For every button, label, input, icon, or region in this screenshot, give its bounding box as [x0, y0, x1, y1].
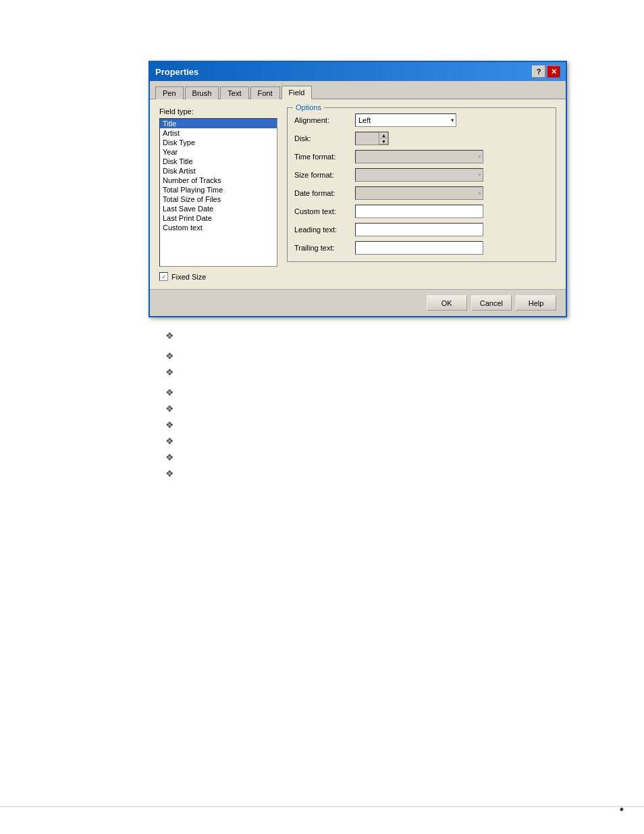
date-format-control: ▾: [355, 186, 549, 200]
list-item-lastsave[interactable]: Last Save Date: [160, 204, 277, 213]
trailing-text-label: Trailing text:: [294, 244, 355, 252]
size-format-arrow-icon: ▾: [478, 172, 481, 178]
dialog-container: Properties ? ✕ Pen Brush Text Font Field…: [149, 61, 567, 317]
title-buttons: ? ✕: [532, 66, 560, 78]
alignment-control: Left ▾: [355, 113, 549, 127]
list-item-totalsize[interactable]: Total Size of Files: [160, 194, 277, 204]
bullet-symbol-7: ❖: [165, 436, 174, 446]
time-format-arrow-icon: ▾: [478, 153, 481, 160]
time-format-label: Time format:: [294, 153, 355, 161]
time-format-row: Time format: ▾: [294, 150, 549, 163]
options-panel: Options Alignment: Left ▾: [287, 107, 556, 281]
list-item-disktype[interactable]: Disk Type: [160, 138, 277, 147]
leading-text-label: Leading text:: [294, 226, 355, 234]
list-item-year[interactable]: Year: [160, 147, 277, 157]
size-format-row: Size format: ▾: [294, 168, 549, 182]
alignment-select[interactable]: Left ▾: [355, 113, 456, 127]
list-item-title[interactable]: Title: [160, 119, 277, 128]
field-type-list[interactable]: Title Artist Disk Type Year Disk Title D…: [159, 118, 277, 267]
disk-row: Disk: ▲ ▼: [294, 132, 549, 145]
bullet-item-5: ❖: [165, 404, 180, 413]
bottom-rule: [0, 806, 644, 807]
options-group: Options Alignment: Left ▾: [287, 107, 556, 262]
list-item-disktitle[interactable]: Disk Title: [160, 157, 277, 166]
bullet-symbol-8: ❖: [165, 452, 174, 462]
bullet-list: ❖ ❖ ❖ ❖ ❖ ❖ ❖ ❖ ❖: [165, 331, 180, 485]
disk-control: ▲ ▼: [355, 132, 549, 145]
tab-field[interactable]: Field: [281, 86, 313, 99]
dialog-title: Properties: [155, 67, 198, 77]
bullet-item-9: ❖: [165, 469, 180, 478]
close-title-button[interactable]: ✕: [547, 66, 560, 78]
bullet-item-1: ❖: [165, 331, 180, 340]
leading-text-control: [355, 223, 549, 236]
alignment-label: Alignment:: [294, 116, 355, 124]
custom-text-control: [355, 205, 549, 218]
date-format-row: Date format: ▾: [294, 186, 549, 200]
custom-text-row: Custom text:: [294, 205, 549, 218]
list-item-lastprint[interactable]: Last Print Date: [160, 213, 277, 223]
leading-text-row: Leading text:: [294, 223, 549, 236]
tabs-bar: Pen Brush Text Font Field: [150, 81, 566, 99]
field-type-label: Field type:: [159, 107, 277, 115]
trailing-text-input[interactable]: [355, 241, 483, 255]
dialog-footer: OK Cancel Help: [150, 289, 566, 316]
bullet-symbol-1: ❖: [165, 331, 174, 340]
options-legend: Options: [293, 103, 324, 111]
custom-text-label: Custom text:: [294, 207, 355, 215]
bullet-symbol-3: ❖: [165, 367, 174, 377]
trailing-text-control: [355, 241, 549, 255]
bottom-dot: •: [620, 803, 624, 817]
alignment-row: Alignment: Left ▾: [294, 113, 549, 127]
bullet-item-4: ❖: [165, 388, 180, 397]
list-item-customtext[interactable]: Custom text: [160, 223, 277, 232]
disk-spinner[interactable]: ▲ ▼: [355, 132, 389, 145]
list-item-numtracks[interactable]: Number of Tracks: [160, 176, 277, 185]
fixed-size-label: Fixed Size: [171, 273, 206, 281]
bullet-symbol-4: ❖: [165, 388, 174, 397]
ok-button[interactable]: OK: [427, 295, 467, 311]
bullet-item-8: ❖: [165, 452, 180, 462]
bullet-symbol-6: ❖: [165, 420, 174, 429]
list-item-totalplaying[interactable]: Total Playing Time: [160, 185, 277, 194]
tab-pen[interactable]: Pen: [155, 86, 184, 99]
custom-text-input[interactable]: [355, 205, 483, 218]
leading-text-input[interactable]: [355, 223, 483, 236]
date-format-select[interactable]: ▾: [355, 186, 483, 200]
time-format-select[interactable]: ▾: [355, 150, 483, 163]
disk-label: Disk:: [294, 134, 355, 142]
dialog-body: Field type: Title Artist Disk Type Year …: [150, 99, 566, 289]
fixed-size-checkbox[interactable]: ✓: [159, 272, 168, 281]
bullet-item-6: ❖: [165, 420, 180, 429]
dialog-titlebar: Properties ? ✕: [150, 62, 566, 81]
list-item-diskartist[interactable]: Disk Artist: [160, 166, 277, 176]
bullet-symbol-5: ❖: [165, 404, 174, 413]
tab-brush[interactable]: Brush: [185, 86, 219, 99]
tab-text[interactable]: Text: [220, 86, 248, 99]
bullet-item-2: ❖: [165, 351, 180, 361]
help-button[interactable]: Help: [516, 295, 556, 311]
cancel-button[interactable]: Cancel: [471, 295, 512, 311]
properties-dialog: Properties ? ✕ Pen Brush Text Font Field…: [149, 61, 567, 317]
bullet-item-3: ❖: [165, 367, 180, 377]
size-format-control: ▾: [355, 168, 549, 182]
help-title-button[interactable]: ?: [532, 66, 545, 78]
alignment-value: Left: [358, 116, 371, 124]
date-format-label: Date format:: [294, 189, 355, 197]
list-item-artist[interactable]: Artist: [160, 128, 277, 138]
tab-font[interactable]: Font: [250, 86, 280, 99]
trailing-text-row: Trailing text:: [294, 241, 549, 255]
size-format-label: Size format:: [294, 171, 355, 179]
bullet-symbol-2: ❖: [165, 351, 174, 361]
fixed-size-row: ✓ Fixed Size: [159, 272, 277, 281]
dialog-content: Field type: Title Artist Disk Type Year …: [159, 107, 556, 281]
bullet-item-7: ❖: [165, 436, 180, 446]
field-type-panel: Field type: Title Artist Disk Type Year …: [159, 107, 277, 281]
date-format-arrow-icon: ▾: [478, 190, 481, 197]
time-format-control: ▾: [355, 150, 549, 163]
alignment-arrow-icon: ▾: [451, 117, 454, 124]
spinner-up-button[interactable]: ▲: [379, 132, 388, 138]
size-format-select[interactable]: ▾: [355, 168, 483, 182]
spinner-arrows: ▲ ▼: [379, 132, 388, 145]
spinner-down-button[interactable]: ▼: [379, 138, 388, 145]
